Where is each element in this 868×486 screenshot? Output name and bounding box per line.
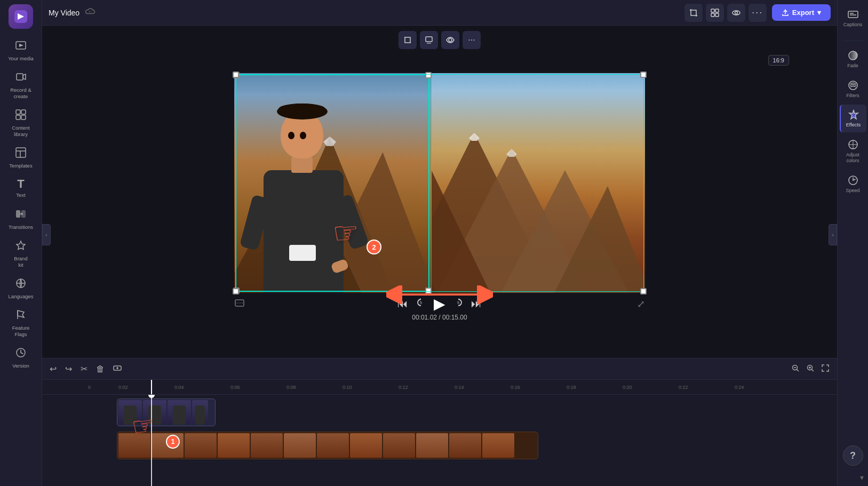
ruler-mark-08: 0:08 <box>286 385 343 390</box>
bg-thumb-9 <box>383 433 415 458</box>
video-title[interactable]: My Video <box>49 9 79 17</box>
canvas-eye-button[interactable] <box>441 31 459 49</box>
effects-label: Effects <box>846 122 861 128</box>
divider-1 <box>842 41 864 41</box>
bg-thumb-10 <box>416 433 448 458</box>
cut-button[interactable]: ✂ <box>78 362 90 376</box>
main-area: My Video <box>42 0 837 486</box>
zoom-in-button[interactable] <box>804 362 817 377</box>
background-clip[interactable] <box>117 432 538 459</box>
ruler-mark-24: 0:24 <box>735 385 791 390</box>
help-button[interactable]: ? <box>843 445 863 466</box>
ruler-mark-02: 0:02 <box>118 385 174 390</box>
sidebar-item-your-media[interactable]: Your media <box>2 35 39 66</box>
layout-button[interactable] <box>706 4 724 22</box>
sidebar-item-content-library[interactable]: Contentlibrary <box>2 105 39 141</box>
sidebar-item-your-media-label: Your media <box>8 55 34 61</box>
sidebar-item-version[interactable]: Version <box>2 342 39 373</box>
redo-button[interactable]: ↪ <box>63 362 74 376</box>
svg-line-47 <box>797 369 799 371</box>
svg-rect-6 <box>21 115 26 119</box>
ruler-mark-22: 0:22 <box>679 385 735 390</box>
zoom-out-button[interactable] <box>789 362 802 377</box>
right-sidebar-item-speed[interactable]: Speed <box>840 170 866 198</box>
cloud-save-icon <box>85 7 95 18</box>
add-to-timeline-button[interactable] <box>111 362 124 377</box>
undo-button[interactable]: ↩ <box>47 362 59 376</box>
sidebar-item-brand-kit-label: Brandkit <box>14 256 27 268</box>
sidebar-item-transitions[interactable]: Transitions <box>2 204 39 234</box>
bg-thumb-4 <box>218 433 250 458</box>
handle-tr[interactable] <box>425 72 432 78</box>
export-label: Export <box>792 9 814 17</box>
right-sidebar-item-effects[interactable]: Effects <box>840 105 866 132</box>
canvas-layout-button[interactable] <box>420 31 438 49</box>
bg-thumb-1 <box>118 433 150 458</box>
right-sidebar-item-captions[interactable]: Captions <box>840 4 866 32</box>
svg-point-24 <box>449 38 452 42</box>
annotation-badge-1: 1 <box>166 435 180 449</box>
feature-flags-icon <box>15 309 27 323</box>
avatar-clip[interactable] <box>117 399 216 426</box>
right-sidebar-item-filters[interactable]: Filters <box>840 75 866 103</box>
ruler-mark-18: 0:18 <box>567 385 623 390</box>
svg-rect-3 <box>16 110 20 114</box>
ruler-mark-06: 0:06 <box>230 385 286 390</box>
canvas-left-controls <box>234 298 337 310</box>
canvas-more-button[interactable]: ··· <box>463 31 481 49</box>
timecode-separator: / <box>439 314 442 321</box>
canvas-crop-button[interactable] <box>399 31 417 49</box>
more-button[interactable]: ··· <box>748 4 767 22</box>
video-canvas[interactable]: ☞ 2 <box>234 73 645 293</box>
left-sidebar-collapse-toggle[interactable]: ‹ <box>42 224 51 245</box>
transitions-icon <box>15 208 27 222</box>
adjust-colors-label: Adjustcolors <box>846 152 859 164</box>
clip-thumb-3 <box>168 400 191 425</box>
clip-thumb-2 <box>143 400 166 425</box>
clip-thumb-4 <box>192 400 208 425</box>
sidebar-item-content-library-label: Contentlibrary <box>12 125 29 137</box>
timeline-ruler: 0 0:02 0:04 0:06 0:08 0:10 0:12 0:14 0:1… <box>42 380 837 395</box>
right-sidebar-item-adjust-colors[interactable]: Adjustcolors <box>840 134 866 168</box>
handle-tl[interactable] <box>233 72 240 78</box>
sidebar-item-brand-kit[interactable]: Brandkit <box>2 235 39 272</box>
bg-thumb-11 <box>449 433 481 458</box>
help-icon: ? <box>850 450 856 461</box>
fullscreen-button[interactable]: ⤢ <box>637 298 645 310</box>
bg-thumb-12 <box>482 433 514 458</box>
track-content-avatar <box>85 398 837 427</box>
delete-button[interactable]: 🗑 <box>94 362 107 376</box>
avatar-section <box>234 73 432 293</box>
sidebar-item-text[interactable]: T Text <box>2 174 39 202</box>
fit-timeline-button[interactable] <box>819 362 832 377</box>
your-media-icon <box>15 39 27 53</box>
mask-icon[interactable] <box>234 298 245 310</box>
sidebar-item-record-create[interactable]: Record &create <box>2 67 39 103</box>
canvas-section: ··· 16:9 <box>42 26 837 358</box>
track-row-avatar <box>42 398 837 427</box>
ruler-mark-14: 0:14 <box>455 385 511 390</box>
bg-thumb-3 <box>185 433 217 458</box>
record-create-icon <box>15 71 27 85</box>
sidebar-item-feature-flags[interactable]: FeatureFlags <box>2 305 39 341</box>
chevron-down-icon[interactable]: ▾ <box>860 473 864 482</box>
svg-marker-32 <box>506 149 517 157</box>
toolbar-icons: ··· <box>684 4 767 22</box>
ruler-mark-04: 0:04 <box>174 385 230 390</box>
canvas-right-controls: ⤢ <box>543 298 646 310</box>
eye-button[interactable] <box>727 4 745 22</box>
svg-rect-10 <box>16 210 20 218</box>
sidebar-item-languages[interactable]: Languages <box>2 273 39 304</box>
timecode-total: 00:15.00 <box>442 314 467 321</box>
filters-label: Filters <box>846 93 859 99</box>
crop-button[interactable] <box>684 4 703 22</box>
speed-label: Speed <box>846 188 859 194</box>
ruler-mark-0: 0 <box>88 385 118 390</box>
export-button[interactable]: Export ▾ <box>772 4 831 21</box>
ruler-playhead <box>151 380 152 394</box>
sidebar-item-templates[interactable]: Templates <box>2 142 39 173</box>
app-logo[interactable] <box>9 4 33 29</box>
right-sidebar-item-fade[interactable]: Fade <box>840 45 866 73</box>
arrow-annotation <box>386 285 493 304</box>
right-sidebar-collapse-toggle[interactable]: › <box>829 224 837 245</box>
